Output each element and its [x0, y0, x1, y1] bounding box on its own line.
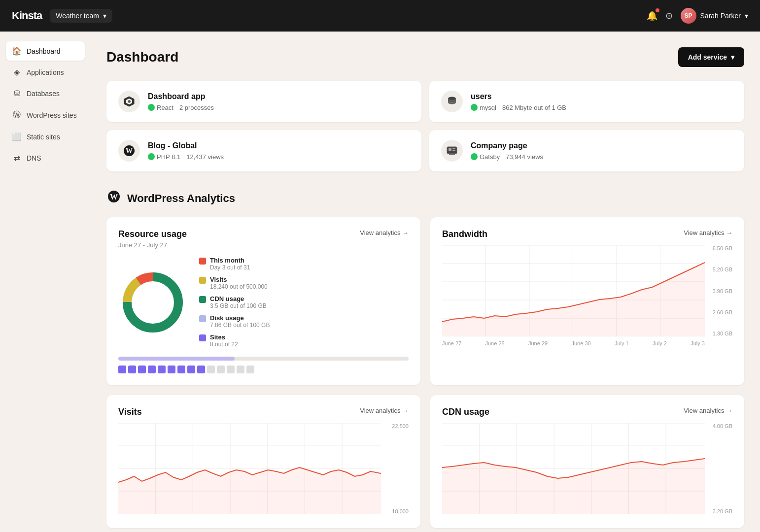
cdn-y2: 4.00 GB	[713, 423, 732, 429]
avatar: SP	[681, 8, 696, 24]
service-meta-users: mysql 862 Mbyte out of 1 GB	[471, 104, 732, 111]
sidebar-item-applications[interactable]: ◈ Applications	[6, 63, 85, 82]
service-tech-dashboard: React	[157, 104, 173, 111]
status-dot-active	[148, 104, 155, 111]
legend-label-cdn: CDN usage	[210, 295, 267, 302]
square-2	[128, 366, 136, 373]
square-13	[237, 366, 244, 373]
square-7	[177, 366, 185, 373]
add-service-chevron-icon: ▾	[731, 53, 734, 61]
legend-sub-visits: 18,240 out of 500,000	[210, 283, 268, 290]
legend-sub-disk: 7.86 GB out of 100 GB	[210, 322, 270, 329]
legend-label-disk: Disk usage	[210, 314, 270, 322]
cdn-view-link[interactable]: View analytics →	[684, 407, 732, 414]
sidebar-label-dashboard: Dashboard	[27, 47, 61, 55]
sidebar-item-dashboard[interactable]: 🏠 Dashboard	[6, 41, 85, 61]
service-tech-users: mysql	[480, 104, 496, 111]
help-button[interactable]: ⊙	[665, 10, 673, 21]
top-navigation: Kinsta Weather team ▾ 🔔 ⊙ SP Sarah Parke…	[0, 0, 760, 32]
status-indicator: React	[148, 104, 173, 111]
databases-icon: ⛁	[12, 89, 22, 98]
service-icon-databases	[441, 91, 463, 112]
sidebar-item-static-sites[interactable]: ⬜ Static sites	[6, 127, 85, 146]
service-name-dashboard-app: Dashboard app	[148, 92, 410, 101]
sidebar-item-databases[interactable]: ⛁ Databases	[6, 84, 85, 103]
service-detail-blog: 12,437 views	[186, 153, 224, 161]
topnav-left: Kinsta Weather team ▾	[12, 9, 112, 23]
service-detail-dashboard: 2 processes	[179, 104, 214, 111]
wp-analytics-title: WordPress Analytics	[127, 192, 235, 205]
status-dot-users	[471, 104, 478, 111]
legend-sites: Sites 8 out of 22	[199, 333, 270, 348]
service-meta-dashboard-app: React 2 processes	[148, 104, 410, 111]
kinsta-logo: Kinsta	[12, 9, 42, 22]
status-indicator-users: mysql	[471, 104, 496, 111]
topnav-right: 🔔 ⊙ SP Sarah Parker ▾	[647, 8, 748, 24]
analytics-grid: Resource usage View analytics → June 27 …	[106, 217, 744, 528]
bw-x3: June 29	[528, 340, 548, 346]
service-card-blog[interactable]: W Blog - Global PHP 8.1 12,437 views	[106, 130, 421, 171]
user-chevron-icon: ▾	[745, 12, 748, 20]
legend-disk: Disk usage 7.86 GB out of 100 GB	[199, 314, 270, 329]
bandwidth-y-labels: 6.50 GB 5.20 GB 3.90 GB 2.60 GB 1.30 GB	[713, 245, 732, 336]
status-indicator-company: Gatsby	[471, 153, 500, 161]
main-layout: 🏠 Dashboard ◈ Applications ⛁ Databases Ⓦ…	[0, 32, 760, 532]
visits-chart-area	[118, 423, 409, 516]
cdn-y1: 3.20 GB	[713, 508, 732, 514]
v-y1: 18,000	[392, 508, 409, 514]
service-icon-applications	[118, 91, 140, 112]
bandwidth-card: Bandwidth View analytics →	[430, 217, 744, 385]
notification-badge	[656, 8, 659, 12]
square-11	[217, 366, 225, 373]
user-menu[interactable]: SP Sarah Parker ▾	[681, 8, 748, 24]
disk-progress-fill	[118, 357, 235, 361]
service-meta-company: Gatsby 73,944 views	[471, 153, 732, 161]
chevron-down-icon: ▾	[103, 12, 106, 20]
service-card-dashboard-app[interactable]: Dashboard app React 2 processes	[106, 81, 421, 122]
service-card-company[interactable]: Company page Gatsby 73,944 views	[429, 130, 744, 171]
add-service-button[interactable]: Add service ▾	[678, 47, 744, 67]
bw-x7: July 3	[691, 340, 705, 346]
resource-legend: This month Day 3 out of 31 Visits 18,240…	[199, 257, 270, 348]
cdn-chart-container: 4.00 GB 3.20 GB	[442, 423, 732, 516]
svg-point-13	[134, 284, 172, 321]
bandwidth-view-link[interactable]: View analytics →	[684, 229, 732, 236]
bw-y3: 3.90 GB	[713, 288, 732, 294]
page-header: Dashboard Add service ▾	[106, 47, 744, 67]
status-indicator-blog: PHP 8.1	[148, 153, 180, 161]
resource-usage-view-link[interactable]: View analytics →	[360, 229, 409, 236]
sidebar-label-static: Static sites	[27, 133, 60, 141]
dns-icon: ⇄	[12, 153, 22, 163]
visits-title: Visits	[118, 407, 142, 417]
cdn-chart-area	[442, 423, 732, 516]
v-y2: 22,500	[392, 423, 409, 429]
service-name-users: users	[471, 92, 732, 101]
resource-usage-subtitle: June 27 - July 27	[118, 241, 409, 249]
notifications-button[interactable]: 🔔	[647, 10, 657, 21]
bandwidth-title: Bandwidth	[442, 229, 487, 239]
wp-analytics-header: W WordPress Analytics	[106, 189, 744, 207]
wordpress-icon: Ⓦ	[12, 110, 22, 120]
add-service-label: Add service	[688, 53, 727, 61]
cdn-header: CDN usage View analytics →	[442, 407, 732, 417]
legend-label-this-month: This month	[210, 257, 250, 264]
visits-header: Visits View analytics →	[118, 407, 409, 417]
cdn-title: CDN usage	[442, 407, 489, 417]
square-8	[187, 366, 195, 373]
visits-view-link[interactable]: View analytics →	[360, 407, 409, 414]
visits-y-labels: 22,500 18,000	[392, 423, 409, 514]
service-info-users: users mysql 862 Mbyte out of 1 GB	[471, 92, 732, 111]
progress-section	[118, 357, 409, 373]
sidebar-item-wordpress-sites[interactable]: Ⓦ WordPress sites	[6, 105, 85, 125]
bandwidth-x-labels: June 27 June 28 June 29 June 30 July 1 J…	[442, 340, 732, 346]
service-info-blog: Blog - Global PHP 8.1 12,437 views	[148, 141, 410, 161]
legend-dot-visits	[199, 277, 206, 284]
sidebar-item-dns[interactable]: ⇄ DNS	[6, 148, 85, 167]
service-info-company: Company page Gatsby 73,944 views	[471, 141, 732, 161]
service-card-users[interactable]: users mysql 862 Mbyte out of 1 GB	[429, 81, 744, 122]
resource-usage-content: This month Day 3 out of 31 Visits 18,240…	[118, 257, 409, 348]
square-3	[138, 366, 146, 373]
bw-y1: 1.30 GB	[713, 331, 732, 336]
team-selector[interactable]: Weather team ▾	[50, 9, 112, 23]
service-tech-company: Gatsby	[480, 153, 500, 161]
